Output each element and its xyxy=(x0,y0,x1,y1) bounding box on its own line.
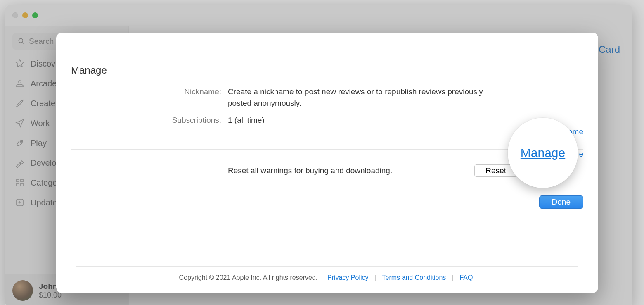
copyright: Copyright © 2021 Apple Inc. All rights r… xyxy=(179,274,318,281)
account-dialog: Manage Nickname: Create a nickname to po… xyxy=(56,33,598,293)
done-button[interactable]: Done xyxy=(539,195,583,209)
separator: | xyxy=(374,274,376,281)
nickname-value: Create a nickname to post new reviews or… xyxy=(228,86,583,109)
separator: | xyxy=(452,274,454,281)
divider xyxy=(71,48,583,48)
app-window: Search Discover Arcade Create Work Play xyxy=(5,5,632,305)
done-row: Done xyxy=(71,192,583,209)
privacy-policy-link[interactable]: Privacy Policy xyxy=(327,274,369,281)
manage-link-magnified[interactable]: Manage xyxy=(521,146,565,160)
spotlight-magnifier: Manage xyxy=(508,118,578,188)
faq-link[interactable]: FAQ xyxy=(459,274,473,281)
dialog-footer: Copyright © 2021 Apple Inc. All rights r… xyxy=(76,266,578,281)
reset-row: Reset all warnings for buying and downlo… xyxy=(71,150,583,192)
subscriptions-label: Subscriptions: xyxy=(71,114,228,126)
subscriptions-row: Subscriptions: 1 (all time) Manage xyxy=(71,114,583,126)
terms-link[interactable]: Terms and Conditions xyxy=(382,274,446,281)
nickname-label: Nickname: xyxy=(71,86,228,98)
section-title: Manage xyxy=(71,64,583,76)
reset-text: Reset all warnings for buying and downlo… xyxy=(228,166,392,175)
nickname-row: Nickname: Create a nickname to post new … xyxy=(71,86,583,109)
